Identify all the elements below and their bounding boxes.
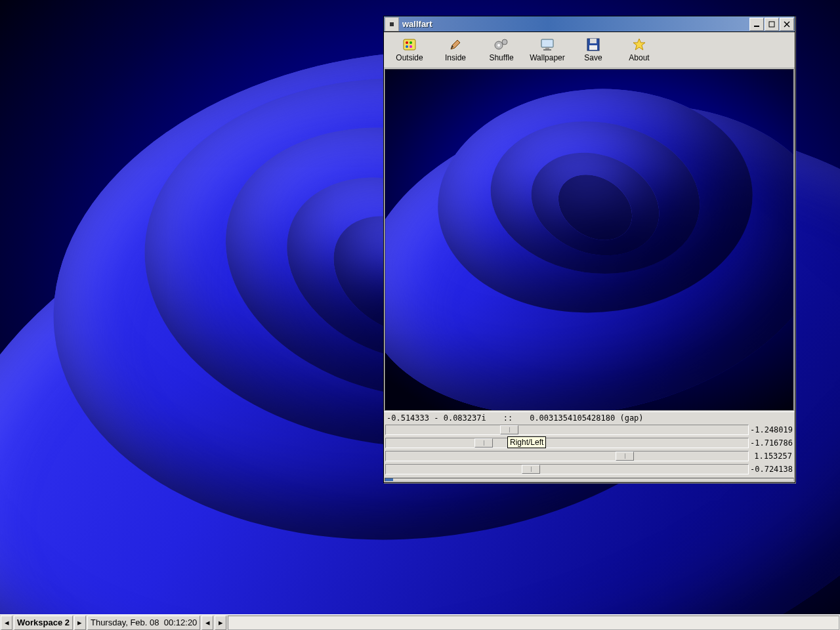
toolbar-label: Inside [445, 53, 466, 62]
slider-panel: -1.248019 -1.716786 Right/Left 1.153257 … [384, 423, 795, 477]
status-coord: -0.514333 - 0.083237i [387, 413, 486, 423]
toolbar-label: Outside [396, 53, 423, 62]
svg-point-5 [406, 41, 408, 44]
slider-1[interactable] [385, 425, 749, 435]
svg-rect-19 [589, 45, 597, 50]
progress-fill [385, 478, 393, 481]
clock-date: Thursday, Feb. 08 [91, 618, 159, 627]
status-gap: 0.0031354105428180 (gap) [530, 413, 643, 423]
slider-value: 1.153257 [750, 452, 793, 461]
close-button[interactable] [780, 18, 794, 31]
svg-point-12 [497, 44, 500, 47]
slider-2[interactable] [385, 438, 749, 448]
slider-thumb[interactable] [500, 425, 518, 434]
status-line: -0.514333 - 0.083237i :: 0.0031354105428… [384, 411, 795, 423]
svg-rect-16 [543, 49, 551, 51]
tasklist-area[interactable] [228, 616, 839, 630]
minimize-button[interactable] [749, 18, 764, 31]
slider-3[interactable] [385, 451, 749, 461]
titlebar[interactable]: wallfart [384, 16, 795, 32]
pencil-icon [448, 37, 463, 52]
slider-4[interactable] [385, 464, 749, 474]
svg-rect-1 [769, 22, 774, 27]
clock-time: 00:12:20 [164, 618, 198, 627]
slider-value: -1.716786 [750, 438, 793, 448]
toolbar: Outside Inside Shuffle Wallpaper Save Ab… [384, 32, 795, 68]
svg-rect-14 [541, 39, 553, 47]
toolbar-label: Wallpaper [530, 53, 565, 62]
fractal-preview[interactable] [385, 69, 794, 411]
svg-point-6 [410, 41, 412, 44]
window-title: wallfart [400, 19, 749, 29]
maximize-button[interactable] [765, 18, 779, 31]
gears-icon [494, 37, 509, 52]
monitor-icon [539, 37, 555, 52]
svg-marker-20 [633, 39, 645, 50]
slider-thumb[interactable] [474, 438, 493, 448]
slider-tooltip: Right/Left [507, 436, 546, 448]
slider-value: -1.248019 [750, 425, 793, 434]
tasklist-prev-button[interactable]: ◂ [201, 616, 213, 630]
about-button[interactable]: About [616, 33, 662, 66]
palette-icon [402, 37, 417, 52]
progress-bar [385, 478, 794, 482]
star-icon [631, 37, 647, 52]
toolbar-label: Save [584, 53, 602, 62]
workspace-label[interactable]: Workspace 2 [14, 616, 73, 630]
outside-button[interactable]: Outside [387, 33, 432, 66]
shuffle-button[interactable]: Shuffle [478, 33, 524, 66]
svg-point-8 [410, 45, 412, 48]
clock[interactable]: Thursday, Feb. 08 00:12:20 [87, 616, 200, 630]
wallfart-window: wallfart Outside Inside Shuffle Wallpape… [383, 16, 795, 483]
toolbar-label: Shuffle [489, 53, 513, 62]
svg-rect-18 [590, 39, 597, 43]
floppy-icon [585, 37, 601, 52]
workspace-next-button[interactable]: ▸ [74, 616, 86, 630]
window-menu-icon[interactable] [385, 17, 399, 32]
slider-value: -0.724138 [750, 465, 793, 474]
tasklist-next-button[interactable]: ▸ [215, 616, 226, 630]
svg-rect-15 [545, 47, 549, 49]
slider-thumb[interactable] [522, 465, 540, 474]
toolbar-label: About [629, 53, 649, 62]
wallpaper-button[interactable]: Wallpaper [524, 33, 570, 66]
svg-point-13 [502, 39, 507, 45]
taskbar: ◂ Workspace 2 ▸ Thursday, Feb. 08 00:12:… [0, 614, 840, 630]
status-sep: :: [503, 413, 513, 423]
svg-rect-4 [404, 39, 415, 50]
save-button[interactable]: Save [570, 33, 616, 66]
workspace-prev-button[interactable]: ◂ [1, 616, 12, 630]
svg-point-7 [406, 45, 408, 48]
slider-thumb[interactable] [616, 452, 634, 461]
inside-button[interactable]: Inside [432, 33, 478, 66]
